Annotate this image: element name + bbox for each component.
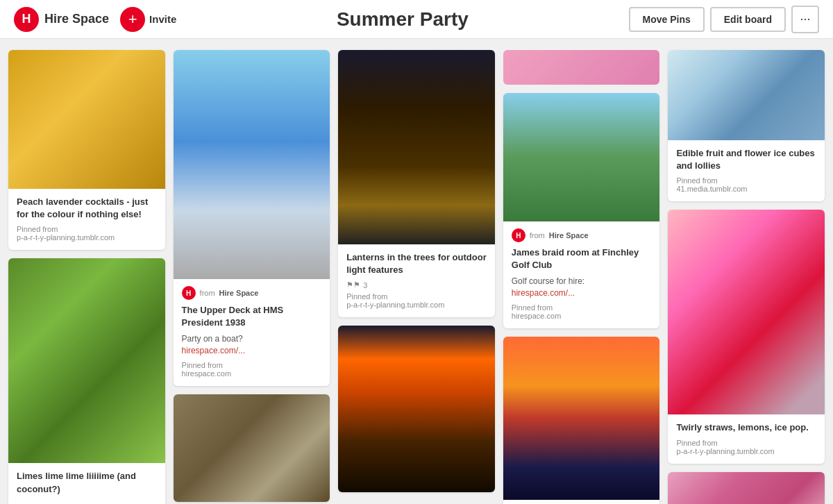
pinned-from-label: Pinned from <box>17 225 58 233</box>
brand-name: Hire Space <box>44 12 109 26</box>
pin-source: Pinned from hirespace.com <box>182 361 322 378</box>
pin-image <box>338 50 495 244</box>
masonry-col-3: H from Hire Space James braid room at Fi… <box>503 50 660 504</box>
source-url: 41.media.tumblr.com <box>676 185 747 193</box>
masonry-col-1: H from Hire Space The Upper Deck at HMS … <box>174 50 330 504</box>
pin-body: H from Hire Space James braid room at Fi… <box>503 221 660 328</box>
more-options-button[interactable]: ··· <box>791 6 819 33</box>
pin-title: James braid room at Finchley Golf Club <box>512 246 652 271</box>
pin-limes[interactable]: Limes lime lime liiiiime (and coconut?) <box>8 258 165 504</box>
pin-image <box>503 337 660 500</box>
pinned-from-label: Pinned from <box>346 292 387 301</box>
source-url: p-a-r-t-y-planning.tumblr.com <box>17 233 115 242</box>
pin-title: Peach lavender cocktails - just for the … <box>17 196 157 221</box>
pin-from-row: H from Hire Space <box>182 286 322 300</box>
pin-title: Limes lime lime liiiiime (and coconut?) <box>17 470 157 495</box>
source-url: p-a-r-t-y-planning.tumblr.com <box>346 301 444 309</box>
pin-image <box>8 258 165 463</box>
pin-pink-drink2[interactable] <box>668 472 825 504</box>
pin-title: Edible fruit and flower ice cubes and lo… <box>676 147 816 172</box>
pin-ice-cubes[interactable]: Edible fruit and flower ice cubes and lo… <box>668 50 825 201</box>
pin-count-icon: ⚑⚑ <box>346 280 360 289</box>
masonry-col-4: Edible fruit and flower ice cubes and lo… <box>668 50 825 504</box>
pin-image <box>668 472 825 504</box>
logo-icon[interactable]: H <box>14 7 39 32</box>
pin-meta-row: ⚑⚑ 3 <box>346 280 487 289</box>
pin-from-row: H from Hire Space <box>512 228 652 242</box>
pin-source: Pinned from p-a-r-t-y-planning.tumblr.co… <box>676 439 816 455</box>
pin-image <box>668 50 825 140</box>
pin-image <box>174 50 330 279</box>
pin-rope[interactable] <box>174 394 330 502</box>
from-label: from <box>530 231 545 240</box>
pin-source: Pinned from p-a-r-t-y-planning.tumblr.co… <box>17 225 157 242</box>
more-icon: ··· <box>800 12 810 26</box>
pin-pink-drinks[interactable]: Twirly straws, lemons, ice pop. Pinned f… <box>668 210 825 463</box>
pin-image <box>503 93 660 221</box>
pin-title: Twirly straws, lemons, ice pop. <box>676 421 816 434</box>
source-url: hirespace.com <box>182 369 232 378</box>
pin-title: Lanterns in the trees for outdoor light … <box>346 251 487 276</box>
logo-area: H Hire Space <box>14 7 109 32</box>
pin-count-value: 3 <box>363 281 367 289</box>
masonry-grid: Peach lavender cocktails - just for the … <box>8 50 825 504</box>
pinned-from-label: Pinned from <box>676 439 717 447</box>
pin-desc: Party on a boat?hirespace.com/... <box>182 333 322 357</box>
source-url: p-a-r-t-y-planning.tumblr.com <box>676 447 774 455</box>
pin-image <box>8 50 165 189</box>
pin-body: Peach lavender cocktails - just for the … <box>8 189 165 250</box>
masonry-col-2: Lanterns in the trees for outdoor light … <box>338 50 495 492</box>
pin-partial-top <box>503 50 660 85</box>
from-avatar: H <box>182 286 196 300</box>
from-avatar: H <box>512 228 525 242</box>
from-name: Hire Space <box>549 231 589 240</box>
pin-image <box>668 210 825 414</box>
edit-board-button[interactable]: Edit board <box>710 7 786 32</box>
pin-title: The Upper Deck at HMS President 1938 <box>182 304 322 329</box>
pin-image <box>338 326 495 492</box>
header: H Hire Space + Invite Summer Party Move … <box>0 0 833 39</box>
pin-body: Limes lime lime liiiiime (and coconut?) <box>8 463 165 504</box>
pinned-from-label: Pinned from <box>676 176 717 185</box>
pin-body: Edible fruit and flower ice cubes and lo… <box>668 140 825 201</box>
pin-beach[interactable]: Maybe not in London... ⚑⚑ 1 <box>503 337 660 504</box>
pin-body: Lanterns in the trees for outdoor light … <box>338 244 495 317</box>
pin-source: Pinned from p-a-r-t-y-planning.tumblr.co… <box>346 292 487 309</box>
pinned-from-label: Pinned from <box>182 361 223 369</box>
pin-body: Twirly straws, lemons, ice pop. Pinned f… <box>668 414 825 463</box>
page-title: Summer Party <box>176 8 628 31</box>
move-pins-button[interactable]: Move Pins <box>629 7 705 32</box>
header-actions: Move Pins Edit board ··· <box>629 6 819 33</box>
pin-cocktail[interactable]: Peach lavender cocktails - just for the … <box>8 50 165 250</box>
masonry-col-0: Peach lavender cocktails - just for the … <box>8 50 165 504</box>
pin-hms[interactable]: H from Hire Space The Upper Deck at HMS … <box>174 50 330 386</box>
pin-source: Pinned from hirespace.com <box>512 303 652 320</box>
main-content: Peach lavender cocktails - just for the … <box>0 39 833 504</box>
from-name: Hire Space <box>219 289 259 297</box>
pin-desc: Golf course for hire:hirespace.com/... <box>512 276 652 299</box>
pin-image <box>174 394 330 502</box>
pin-lanterns[interactable]: Lanterns in the trees for outdoor light … <box>338 50 495 317</box>
pin-body: Maybe not in London... ⚑⚑ 1 <box>503 500 660 504</box>
pin-source: Pinned from 41.media.tumblr.com <box>676 176 816 193</box>
pin-golf[interactable]: H from Hire Space James braid room at Fi… <box>503 93 660 328</box>
from-label: from <box>200 289 215 297</box>
pin-crowd[interactable] <box>338 326 495 492</box>
pin-body: H from Hire Space The Upper Deck at HMS … <box>174 279 330 386</box>
invite-button[interactable]: + Invite <box>120 7 176 32</box>
invite-label: Invite <box>149 13 176 25</box>
invite-icon: + <box>120 7 145 32</box>
pinned-from-label: Pinned from <box>512 303 553 312</box>
source-url: hirespace.com <box>512 312 562 320</box>
